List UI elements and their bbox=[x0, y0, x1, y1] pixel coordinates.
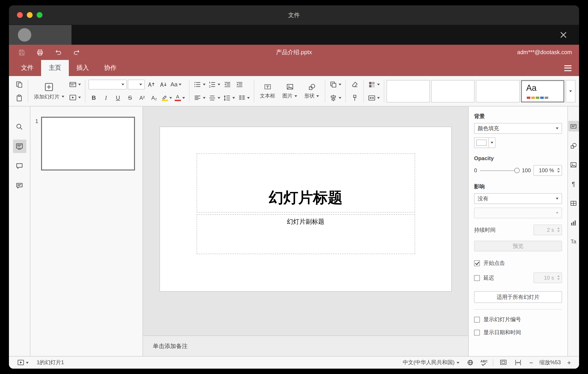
delay-input[interactable]: 10 s bbox=[534, 273, 562, 283]
numbering-button[interactable] bbox=[207, 79, 221, 90]
strikethrough-button[interactable]: S bbox=[125, 92, 136, 103]
increase-indent-button[interactable] bbox=[234, 79, 245, 90]
decrease-indent-button[interactable] bbox=[222, 79, 233, 90]
chevron-down-icon bbox=[26, 362, 29, 363]
theme-tile-selected[interactable]: Aa bbox=[521, 80, 564, 102]
increase-font-button[interactable] bbox=[146, 79, 157, 90]
slide-canvas[interactable]: 幻灯片标题 幻灯片副标题 bbox=[143, 107, 468, 336]
tab-insert[interactable]: 插入 bbox=[69, 60, 96, 76]
print-button[interactable] bbox=[34, 47, 46, 58]
chart-settings-tab[interactable] bbox=[568, 217, 579, 228]
italic-button[interactable]: I bbox=[100, 92, 112, 103]
font-size-combo[interactable] bbox=[127, 79, 145, 89]
clear-style-button[interactable] bbox=[349, 79, 360, 90]
zoom-out-button[interactable]: − bbox=[528, 359, 534, 366]
insert-columns-button[interactable] bbox=[237, 92, 251, 103]
opacity-slider[interactable] bbox=[480, 167, 519, 173]
tab-home[interactable]: 主页 bbox=[41, 60, 69, 76]
subtitle-placeholder[interactable]: 幻灯片副标题 bbox=[196, 214, 415, 254]
slide-1[interactable]: 幻灯片标题 幻灯片副标题 bbox=[160, 127, 451, 291]
copy-style-button[interactable] bbox=[349, 92, 360, 103]
font-color-button[interactable]: A bbox=[174, 92, 186, 103]
background-color-picker[interactable] bbox=[474, 137, 495, 148]
effect-type-select[interactable] bbox=[474, 208, 562, 218]
tab-file[interactable]: 文件 bbox=[13, 60, 41, 76]
insert-shape-button[interactable]: 形状 bbox=[302, 78, 322, 104]
theme-tile[interactable] bbox=[431, 80, 474, 102]
hamburger-menu-button[interactable] bbox=[557, 60, 579, 76]
undo-button[interactable] bbox=[53, 47, 64, 58]
theme-tile[interactable] bbox=[387, 80, 430, 102]
slide-subtitle-text: 幻灯片副标题 bbox=[287, 218, 324, 254]
fit-to-width-button[interactable] bbox=[514, 358, 523, 367]
vertical-align-button[interactable] bbox=[207, 92, 221, 103]
minimize-window-button[interactable] bbox=[27, 12, 33, 18]
apply-to-all-button[interactable]: 适用于所有幻灯片 bbox=[474, 291, 562, 303]
slide-settings-tab[interactable] bbox=[568, 121, 579, 132]
underline-button[interactable]: U bbox=[112, 92, 124, 103]
slide-size-button[interactable] bbox=[367, 92, 381, 103]
zoom-in-button[interactable]: + bbox=[566, 359, 572, 366]
effect-select[interactable]: 没有 bbox=[474, 193, 562, 204]
font-name-combo[interactable] bbox=[88, 79, 127, 89]
zoom-window-button[interactable] bbox=[37, 12, 42, 18]
theme-gallery-expand-button[interactable] bbox=[566, 80, 576, 102]
slides-panel-button[interactable] bbox=[13, 140, 26, 153]
show-date-checkbox[interactable] bbox=[474, 330, 480, 336]
language-selector[interactable]: 中文(中华人民共和国) bbox=[402, 358, 461, 367]
slide-thumbnail-1[interactable] bbox=[41, 117, 135, 170]
preview-button[interactable]: 预览 bbox=[474, 241, 562, 252]
copy-button[interactable] bbox=[13, 79, 25, 90]
add-slide-button[interactable]: 添加幻灯片 bbox=[31, 78, 67, 104]
align-shape-button[interactable] bbox=[328, 92, 342, 103]
table-settings-icon bbox=[570, 199, 577, 207]
modal-close-button[interactable] bbox=[558, 30, 568, 40]
shape-settings-tab[interactable] bbox=[568, 140, 579, 151]
start-on-click-label: 开始点击 bbox=[483, 259, 505, 267]
start-on-click-checkbox[interactable] bbox=[474, 260, 480, 266]
bullets-button[interactable] bbox=[192, 79, 206, 90]
insert-textbox-button[interactable]: 文本框 bbox=[257, 78, 278, 104]
opacity-slider-knob[interactable] bbox=[514, 168, 520, 173]
highlight-color-button[interactable] bbox=[161, 92, 173, 103]
feedback-button[interactable] bbox=[13, 179, 26, 192]
comments-button[interactable] bbox=[13, 159, 26, 173]
tab-collaboration[interactable]: 协作 bbox=[96, 60, 124, 76]
superscript-button[interactable]: A² bbox=[136, 92, 148, 103]
macos-window: 文件 bbox=[9, 5, 579, 369]
start-slideshow-status-button[interactable] bbox=[16, 358, 30, 367]
document-language-button[interactable] bbox=[466, 358, 475, 367]
spellcheck-button[interactable]: ABC bbox=[481, 360, 488, 366]
insert-image-button[interactable]: 图片 bbox=[280, 78, 300, 104]
textart-settings-tab[interactable]: Ta bbox=[568, 236, 579, 247]
spinner-arrows-icon[interactable] bbox=[557, 168, 560, 173]
fit-to-slide-button[interactable] bbox=[499, 358, 508, 367]
bold-button[interactable]: B bbox=[88, 92, 99, 103]
image-settings-tab[interactable] bbox=[568, 159, 579, 170]
decrease-font-button[interactable] bbox=[158, 79, 169, 90]
table-settings-tab[interactable] bbox=[568, 198, 579, 209]
change-case-button[interactable]: Aa bbox=[169, 79, 182, 90]
line-spacing-button[interactable] bbox=[222, 92, 236, 103]
opacity-input[interactable]: 100 % bbox=[534, 165, 562, 176]
duration-input[interactable]: 2 s bbox=[534, 225, 562, 235]
color-scheme-button[interactable] bbox=[367, 79, 381, 90]
redo-button[interactable] bbox=[71, 47, 82, 58]
title-placeholder[interactable]: 幻灯片标题 bbox=[196, 153, 415, 212]
start-slideshow-button[interactable] bbox=[68, 92, 82, 103]
theme-tile[interactable] bbox=[476, 80, 519, 102]
close-window-button[interactable] bbox=[17, 12, 23, 18]
search-button[interactable] bbox=[13, 120, 26, 133]
arrange-shape-button[interactable] bbox=[328, 79, 342, 90]
notes-area[interactable]: 单击添加备注 bbox=[143, 336, 468, 356]
subscript-button[interactable]: A₂ bbox=[148, 92, 160, 103]
horizontal-align-button[interactable] bbox=[192, 92, 206, 103]
paragraph-settings-tab[interactable]: ¶ bbox=[568, 178, 579, 189]
change-layout-button[interactable] bbox=[68, 79, 82, 90]
paste-button[interactable] bbox=[13, 92, 25, 103]
show-slide-number-checkbox[interactable] bbox=[474, 317, 480, 323]
chevron-down-icon bbox=[316, 95, 319, 97]
save-button[interactable] bbox=[16, 47, 27, 58]
background-fill-select[interactable]: 颜色填充 bbox=[474, 123, 562, 134]
delay-checkbox[interactable] bbox=[474, 275, 480, 281]
